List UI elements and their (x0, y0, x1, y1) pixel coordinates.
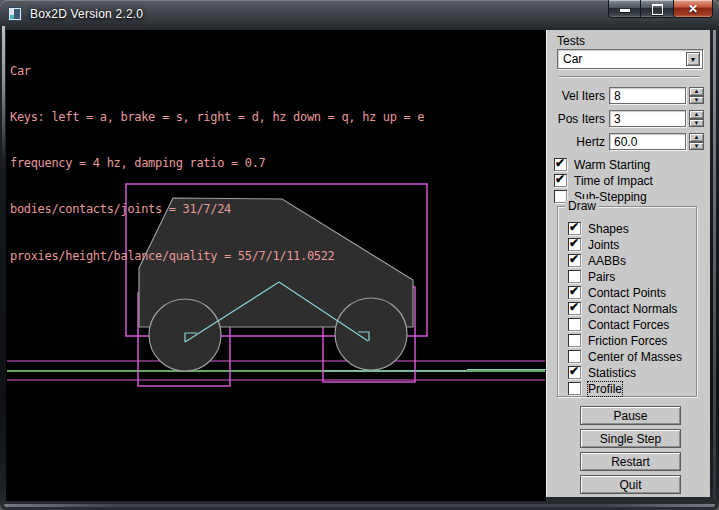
hertz-row: Hertz 60.0 ▲ ▼ (547, 133, 711, 151)
checkbox-box[interactable]: ✔ (568, 254, 581, 267)
hertz-value: 60.0 (614, 135, 637, 149)
frequency-info: frequency = 4 hz, damping ratio = 0.7 (10, 156, 424, 171)
checkbox-box[interactable]: ✔ (568, 318, 581, 331)
checkbox-box[interactable]: ✔ (568, 270, 581, 283)
checkbox-box[interactable]: ✔ (568, 334, 581, 347)
vel-iters-label: Vel Iters (547, 89, 605, 103)
checkbox-box[interactable]: ✔ (568, 222, 581, 235)
pos-iters-field[interactable]: 3 (609, 110, 686, 127)
checkbox-label: Contact Forces (588, 318, 669, 332)
spinner-down-icon[interactable]: ▼ (689, 119, 704, 128)
window-title: Box2D Version 2.2.0 (30, 7, 143, 21)
window-controls: ✕ (608, 0, 713, 18)
minimize-icon (620, 9, 630, 12)
pos-iters-stepper[interactable]: ▲ ▼ (689, 110, 704, 127)
checkbox-box[interactable]: ✔ (554, 158, 567, 171)
checkbox-box[interactable]: ✔ (554, 174, 567, 187)
hertz-label: Hertz (547, 135, 605, 149)
checkbox-label: Friction Forces (588, 334, 667, 348)
keys-help: Keys: left = a, brake = s, right = d, hz… (10, 110, 424, 125)
frame-right-highlight (713, 30, 716, 500)
pos-iters-row: Pos Iters 3 ▲ ▼ (547, 110, 711, 128)
hertz-field[interactable]: 60.0 (609, 133, 686, 150)
app-window-icon (8, 7, 22, 21)
proxies-stats: proxies/height/balance/quality = 55/7/1/… (10, 249, 424, 264)
maximize-button[interactable] (641, 0, 673, 18)
checkbox-label: Profile (588, 382, 622, 396)
spinner-up-icon[interactable]: ▲ (689, 133, 704, 142)
single-step-button[interactable]: Single Step (580, 429, 681, 448)
checkbox-box[interactable]: ✔ (568, 238, 581, 251)
chevron-down-icon[interactable]: ▼ (686, 52, 700, 66)
checkbox-box[interactable]: ✔ (568, 302, 581, 315)
pos-iters-label: Pos Iters (547, 112, 605, 126)
checkbox-label: Statistics (588, 366, 636, 380)
checkbox-label: AABBs (588, 254, 626, 268)
quit-button[interactable]: Quit (580, 475, 681, 494)
vel-iters-field[interactable]: 8 (609, 87, 686, 104)
check-icon: ✔ (555, 172, 565, 186)
maximize-icon (652, 4, 663, 15)
spinner-down-icon[interactable]: ▼ (689, 96, 704, 105)
checkbox-label: Contact Points (588, 286, 666, 300)
simulation-canvas[interactable]: Car Keys: left = a, brake = s, right = d… (6, 30, 546, 501)
vel-iters-value: 8 (614, 89, 621, 103)
checkbox-label: Pairs (588, 270, 615, 284)
debug-stats-text: Car Keys: left = a, brake = s, right = d… (10, 33, 424, 295)
vel-iters-row: Vel Iters 8 ▲ ▼ (547, 87, 711, 105)
right-wheel (335, 298, 407, 370)
frame-left-highlight (2, 26, 5, 161)
check-icon: ✔ (569, 220, 579, 234)
check-icon: ✔ (555, 156, 565, 170)
checkbox-label: Contact Normals (588, 302, 677, 316)
spinner-up-icon[interactable]: ▲ (689, 87, 704, 96)
checkbox-label: Joints (588, 238, 619, 252)
box2d-testbed-window: Box2D Version 2.2.0 ✕ (0, 0, 719, 510)
check-icon: ✔ (569, 300, 579, 314)
tests-label: Tests (557, 34, 585, 48)
checkbox-box[interactable]: ✔ (568, 366, 581, 379)
draw-group-title: Draw (565, 199, 599, 213)
checkbox-label: Warm Starting (574, 158, 650, 172)
checkbox-box[interactable]: ✔ (568, 382, 581, 395)
titlebar[interactable]: Box2D Version 2.2.0 ✕ (0, 0, 719, 29)
close-button[interactable]: ✕ (673, 0, 713, 18)
spinner-up-icon[interactable]: ▲ (689, 110, 704, 119)
check-icon: ✔ (569, 236, 579, 250)
pos-iters-value: 3 (614, 112, 621, 126)
spinner-down-icon[interactable]: ▼ (689, 142, 704, 151)
test-name: Car (10, 64, 424, 79)
check-icon: ✔ (569, 284, 579, 298)
pause-button[interactable]: Pause (580, 406, 681, 425)
separator (559, 76, 700, 78)
check-icon: ✔ (569, 252, 579, 266)
close-icon: ✕ (688, 3, 698, 15)
checkbox-box[interactable]: ✔ (568, 350, 581, 363)
frame-bottom-highlight (4, 504, 715, 507)
minimize-button[interactable] (608, 0, 641, 18)
hertz-stepper[interactable]: ▲ ▼ (689, 133, 704, 150)
checkbox-box[interactable]: ✔ (568, 286, 581, 299)
draw-group: Draw ✔ Shapes ✔ Joints ✔ AABBs ✔ Pairs ✔… (557, 206, 697, 397)
vel-iters-stepper[interactable]: ▲ ▼ (689, 87, 704, 104)
tests-dropdown-value: Car (563, 52, 582, 66)
checkbox-label: Shapes (588, 222, 629, 236)
bodies-stats: bodies/contacts/joints = 31/7/24 (10, 202, 424, 217)
tests-dropdown[interactable]: Car ▼ (557, 49, 703, 69)
restart-button[interactable]: Restart (580, 452, 681, 471)
check-icon: ✔ (569, 364, 579, 378)
checkbox-label: Time of Impact (574, 174, 653, 188)
checkbox-label: Center of Masses (588, 350, 682, 364)
control-panel: Tests Car ▼ Vel Iters 8 ▲ ▼ Pos Iters 3 … (546, 30, 710, 497)
